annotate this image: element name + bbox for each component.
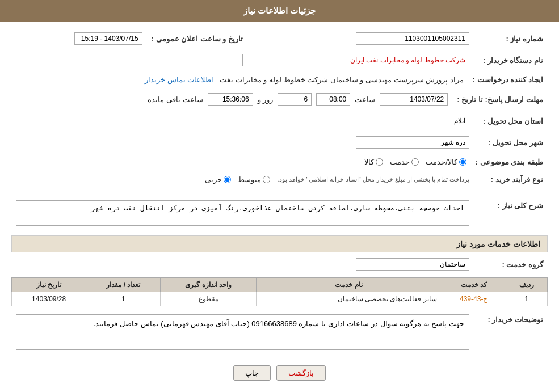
tabaqe-label: طبقه بندی موضوعی : [471,155,548,168]
namDastgah-label: نام دستگاه خریدار : [474,52,548,69]
radio-kala-input[interactable] [376,158,383,166]
farayand-value: پرداخت تمام یا بخشی از مبلغ خریداز محل "… [11,173,474,186]
radio-jozi[interactable]: جزیی [205,175,231,184]
back-button[interactable]: بازگشت [276,365,326,381]
radio-khidmat-input[interactable] [411,158,419,166]
ejadKonnande-label: ایجاد کننده درخواست : [468,73,548,86]
button-row: بازگشت چاپ [11,365,548,381]
ejad-table: ایجاد کننده درخواست : مراد پرورش سرپرست … [11,73,548,86]
shomareNiaz-value [259,30,474,47]
divider1 [11,192,548,192]
print-button[interactable]: چاپ [233,365,271,381]
date-input[interactable] [380,93,448,106]
namDastgah-input[interactable] [242,54,469,66]
mohlatErsal-label: مهلت ارسال پاسخ: تا تاریخ : [452,91,548,108]
services-table: ردیف کد خدمت نام خدمت واحد اندازه گیری ت… [11,277,548,306]
content-area: شماره نیاز : تاریخ و ساعت اعلان عمومی : … [0,22,559,389]
tozi-table: توضیحات خریدار : جهت پاسخ به هرگونه سوال… [11,312,548,354]
khadamat-section-title: اطلاعات خدمات مورد نیاز [11,235,548,252]
col-nam: نام خدمت [256,278,442,292]
shahr-value [11,134,474,151]
gorohKhadamat-label: گروه خدمت : [474,256,548,273]
radio-kala-khidmat-label: کالا/خدمت [426,158,457,166]
ostan-label: استان محل تحویل : [474,112,548,129]
col-radif: ردیف [506,278,547,292]
tabaqe-value: کالا/خدمت خدمت کالا [11,155,471,168]
tarikh-label: تاریخ و ساعت اعلان عمومی : [147,30,247,47]
tarikh-value [11,30,147,47]
page-title: جزئیات اطلاعات نیاز [243,6,316,15]
tozi-textarea[interactable]: جهت پاسخ به هرگونه سوال در ساعات اداری ب… [16,314,469,350]
mohlat-values: ساعت روز و ساعت باقی مانده [11,91,452,108]
sharhKoli-value: احداث حوضچه بتنی،محوطه سازی،اضافه کردن س… [11,198,474,230]
radio-khidmat-label: خدمت [390,158,410,166]
table-row: 1ج-43-439سایر فعالیت‌های تخصصی ساختمانمق… [12,292,548,306]
gorohKhadamat-value [11,256,474,273]
page-header: جزئیات اطلاعات نیاز [0,0,559,22]
radio-jozi-label: جزیی [205,175,222,184]
radio-motavasset[interactable]: متوسط [238,175,270,184]
shahr-input[interactable] [356,136,469,149]
goroh-table: گروه خدمت : [11,256,548,273]
sharhKoli-textarea[interactable]: احداث حوضچه بتنی،محوطه سازی،اضافه کردن س… [16,200,469,226]
tozi-label: توضیحات خریدار : [474,312,548,354]
radio-motavasset-label: متوسط [238,175,261,184]
page-wrapper: جزئیات اطلاعات نیاز شماره نیاز : تاریخ و… [0,0,559,392]
saat-label: ساعت [355,95,375,104]
rooz-input[interactable] [278,93,312,106]
radio-jozi-input[interactable] [224,176,231,183]
ostan-table: استان محل تحویل : [11,112,548,129]
ostan-input[interactable] [356,115,469,127]
sharh-table: شرح کلی نیاز : احداث حوضچه بتنی،محوطه سا… [11,198,548,230]
shahr-table: شهر محل تحویل : [11,134,548,151]
ejadKonnande-value: مراد پرورش سرپرست مهندسی و ساختمان شرکت … [11,73,468,86]
ostan-value [11,112,474,129]
namdastgah-table: نام دستگاه خریدار : [11,52,548,69]
col-vahed: واحد اندازه گیری [161,278,256,292]
ejadKonnande-link[interactable]: اطلاعات تماس خریدار [145,75,213,84]
col-tedad: تعداد / مقدار [86,278,161,292]
radio-motavasset-input[interactable] [263,176,270,183]
tozi-value: جهت پاسخ به هرگونه سوال در ساعات اداری ب… [11,312,474,354]
shahr-label: شهر محل تحویل : [474,134,548,151]
radio-kala-khidmat-input[interactable] [459,158,466,166]
tarikh-input[interactable] [74,32,142,45]
radio-kala-label: کالا [364,158,374,166]
gorohKhadamat-input[interactable] [356,258,469,271]
farayand-table: نوع فرآیند خرید : پرداخت تمام یا بخشی از… [11,173,548,186]
ejadKonnande-text: مراد پرورش سرپرست مهندسی و ساختمان شرکت … [220,75,464,84]
mohlat-table: مهلت ارسال پاسخ: تا تاریخ : ساعت روز و س… [11,91,548,108]
col-tarikh: تاریخ نیاز [12,278,86,292]
radio-khidmat[interactable]: خدمت [390,158,419,166]
baghimande-input[interactable] [208,93,253,106]
sharhKoli-label: شرح کلی نیاز : [474,198,548,230]
saat-input[interactable] [316,93,350,106]
farayand-label: نوع فرآیند خرید : [474,173,548,186]
radio-kala-khidmat[interactable]: کالا/خدمت [426,158,466,166]
baghimande-label: ساعت باقی مانده [148,95,203,104]
top-info-table: شماره نیاز : تاریخ و ساعت اعلان عمومی : [11,30,548,47]
shomareNiaz-label: شماره نیاز : [474,30,548,47]
tabaqe-table: طبقه بندی موضوعی : کالا/خدمت خدمت [11,155,548,168]
namDastgah-value [11,52,474,69]
shomareNiaz-input[interactable] [356,32,469,45]
rooz-label: روز و [258,95,274,104]
col-kod: کد خدمت [442,278,506,292]
radio-kala[interactable]: کالا [364,158,383,166]
farayand-note: پرداخت تمام یا بخشی از مبلغ خریداز محل "… [277,176,469,183]
